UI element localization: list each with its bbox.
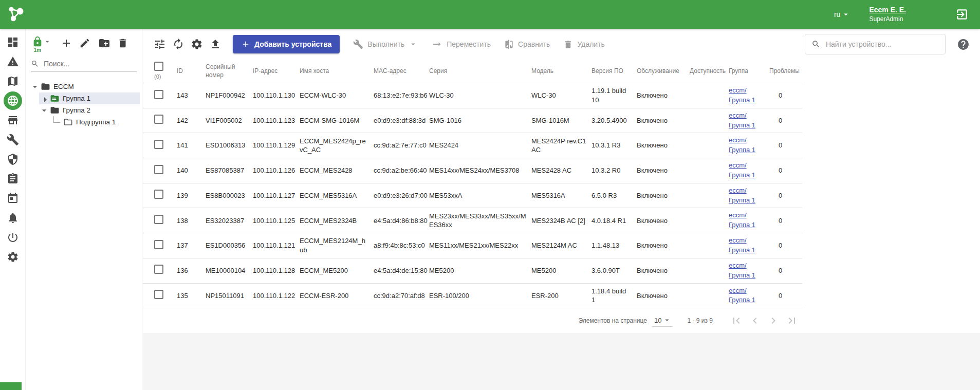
column-header-hostname[interactable]: Имя хоста (300, 67, 374, 76)
items-per-page-label: Элементов на странице (579, 317, 647, 324)
column-header-availability[interactable]: Доступность (690, 67, 729, 76)
column-header-mac[interactable]: MAC-адрес (374, 67, 429, 76)
page-range-label: 1 - 9 из 9 (687, 317, 713, 324)
group-link[interactable]: eccm/ Группа 1 (729, 287, 755, 304)
sidebar-item-tasks[interactable] (4, 170, 22, 188)
refresh-button[interactable] (172, 38, 184, 50)
items-per-page-select[interactable]: 10 (652, 314, 673, 327)
sidebar-item-settings[interactable] (4, 248, 22, 266)
column-header-group[interactable]: Группа (729, 67, 769, 76)
group-link[interactable]: eccm/ Группа 1 (729, 236, 755, 254)
group-link[interactable]: eccm/ Группа 1 (729, 136, 755, 154)
sidebar-item-devices[interactable] (4, 91, 22, 110)
column-header-firmware[interactable]: Версия ПО (591, 67, 637, 76)
row-checkbox[interactable] (154, 290, 163, 299)
table-row[interactable]: 143 NP1F000942 100.110.1.130 ECCM-WLC-30… (143, 83, 802, 108)
next-page-button[interactable] (766, 313, 781, 328)
help-button[interactable] (957, 38, 970, 51)
sidebar-item-maintenance[interactable] (4, 131, 22, 149)
chevron-down-icon (409, 40, 418, 49)
group-link[interactable]: eccm/ Группа 1 (729, 112, 755, 129)
sidebar-item-infrastructure[interactable] (4, 111, 22, 129)
add-folder-button[interactable] (98, 37, 110, 49)
cell-id: 143 (177, 88, 206, 103)
autoupdate-lock-control[interactable]: 1m (32, 36, 51, 53)
group-link[interactable]: eccm/ Группа 1 (729, 262, 755, 279)
table-row[interactable]: 137 ES1D000356 100.110.1.121 ECCM_MES212… (143, 233, 802, 258)
language-selector[interactable]: ru (834, 10, 850, 19)
table-row[interactable]: 136 ME10000104 100.110.1.128 ECCM_ME5200… (143, 258, 802, 284)
user-menu[interactable]: Eccm E. E. SuperAdmin (869, 5, 906, 24)
column-header-problems[interactable]: Проблемы (769, 67, 804, 76)
sidebar-item-alerts[interactable] (4, 52, 22, 71)
filter-columns-button[interactable] (154, 38, 166, 50)
row-checkbox[interactable] (154, 140, 163, 149)
group-link[interactable]: eccm/ Группа 1 (729, 211, 755, 229)
table-row[interactable]: 138 ES32023387 100.110.1.125 ECCM_MES232… (143, 208, 802, 233)
export-button[interactable] (209, 38, 221, 50)
cell-maintenance: Включено (637, 114, 690, 128)
table-body: 143 NP1F000942 100.110.1.130 ECCM-WLC-30… (143, 83, 802, 308)
row-checkbox[interactable] (154, 90, 163, 99)
table-settings-button[interactable] (191, 38, 203, 50)
table-row[interactable]: 140 ES87085387 100.110.1.126 ECCM_MES242… (143, 158, 802, 183)
tree-search-input[interactable] (43, 59, 137, 68)
expander-right-icon[interactable] (39, 94, 49, 104)
tree-node-group2[interactable]: Группа 2 (39, 104, 140, 116)
device-search-input[interactable] (825, 40, 939, 49)
column-header-ip[interactable]: IP-адрес (253, 67, 300, 76)
cell-hostname: ECCM-SMG-1016M (300, 114, 374, 128)
sidebar-item-security[interactable] (4, 150, 22, 169)
execute-button[interactable]: Выполнить (353, 39, 418, 49)
row-checkbox[interactable] (154, 215, 163, 224)
row-checkbox[interactable] (154, 190, 163, 199)
group-link[interactable]: eccm/ Группа 1 (729, 187, 755, 204)
sidebar-item-power[interactable] (4, 228, 22, 247)
table-row[interactable]: 142 VI1F005002 100.110.1.123 ECCM-SMG-10… (143, 108, 802, 134)
sidebar-item-notifications[interactable] (4, 209, 22, 227)
column-header-id[interactable]: ID (177, 67, 206, 76)
previous-page-button[interactable] (748, 313, 762, 328)
cell-maintenance: Включено (637, 238, 690, 253)
column-header-maintenance[interactable]: Обслуживание (637, 67, 690, 76)
tree-node-subgroup1[interactable]: Подгруппа 1 (48, 116, 140, 128)
cell-model: ME5200 (531, 264, 591, 278)
group-link[interactable]: eccm/ Группа 1 (729, 86, 755, 104)
table-row[interactable]: 139 ES8B000023 100.110.1.127 ECCM_MES531… (143, 183, 802, 209)
row-checkbox[interactable] (154, 240, 163, 249)
folder-icon (40, 82, 50, 92)
row-checkbox[interactable] (154, 165, 163, 174)
row-checkbox[interactable] (154, 265, 163, 274)
column-header-serial[interactable]: Серийный номер (206, 63, 253, 79)
cell-ip: 100.110.1.123 (253, 114, 300, 128)
expander-down-icon[interactable] (39, 105, 49, 116)
select-all-checkbox[interactable] (154, 62, 163, 71)
delete-devices-button[interactable]: Удалить (563, 40, 604, 49)
column-header-series[interactable]: Серия (429, 67, 531, 76)
first-page-button[interactable] (729, 313, 744, 328)
sidebar-item-map[interactable] (4, 72, 22, 90)
group-link[interactable]: eccm/ Группа 1 (729, 161, 755, 179)
delete-group-button[interactable] (117, 37, 130, 49)
add-group-button[interactable] (60, 37, 72, 49)
add-devices-button[interactable]: Добавить устройства (233, 35, 340, 53)
table-row[interactable]: 135 NP15011091 100.110.1.122 ECCM-ESR-20… (143, 284, 802, 309)
edit-group-button[interactable] (79, 37, 91, 49)
column-header-model[interactable]: Модель (531, 67, 591, 76)
row-checkbox[interactable] (154, 115, 163, 124)
user-name-link[interactable]: Eccm E. E. (869, 5, 906, 15)
table-row[interactable]: 141 ESD1006313 100.110.1.129 ECCM_MES242… (143, 133, 802, 158)
move-button[interactable]: Переместить (431, 39, 491, 50)
cell-model: MES2424P rev.C1 AC (531, 134, 591, 157)
cell-ip: 100.110.1.128 (253, 264, 300, 278)
logout-button[interactable] (955, 8, 969, 21)
expander-down-icon[interactable] (30, 82, 40, 92)
tree-node-group1[interactable]: Группа 1 (39, 92, 140, 104)
last-page-button[interactable] (785, 313, 799, 328)
sidebar-item-dashboard[interactable] (4, 33, 22, 51)
compare-button[interactable]: Сравнить (504, 40, 550, 49)
eltex-logo[interactable] (6, 4, 27, 25)
tree-node-eccm[interactable]: ECCM (30, 81, 140, 92)
sidebar-item-schedule[interactable] (4, 189, 22, 208)
cell-model: WLC-30 (531, 88, 591, 103)
